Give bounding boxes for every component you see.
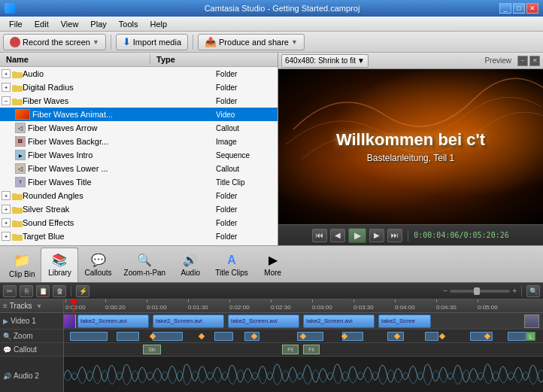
callout-track[interactable]: Ski Fil Fil	[64, 343, 543, 357]
list-item[interactable]: ◁ Fiber Waves Arrow Callout	[0, 121, 278, 135]
folder-icon	[12, 232, 23, 241]
menu-help[interactable]: Help	[144, 19, 173, 29]
tracks-header: ≡ Tracks ▼	[0, 299, 63, 313]
video-clip-2[interactable]: take2_Screen.avi	[153, 315, 224, 328]
zoom-indicator[interactable]	[425, 332, 438, 341]
menu-file[interactable]: File	[3, 19, 29, 29]
image-icon: 🖼	[15, 136, 26, 147]
tab-more[interactable]: ▶ More	[254, 248, 292, 282]
callout-marker-fil2[interactable]: Fil	[303, 345, 320, 354]
expand-icon[interactable]: +	[2, 205, 11, 214]
close-button[interactable]: ✕	[526, 3, 538, 14]
callout-marker-fil1[interactable]: Fil	[282, 345, 299, 354]
expand-icon[interactable]: +	[2, 83, 11, 92]
expand-icon[interactable]: +	[2, 191, 11, 200]
time-mark-8: 0:04:00	[395, 304, 415, 311]
menu-tools[interactable]: Tools	[113, 19, 144, 29]
zoom-indicator[interactable]	[214, 332, 233, 341]
step-back-button[interactable]: ◀	[330, 229, 345, 242]
produce-share-button[interactable]: 📤 Produce and share ▼	[198, 34, 305, 50]
preview-text: Willkommen bei c't Bastelanleitung, Teil…	[336, 130, 485, 163]
record-screen-button[interactable]: Record the screen ▼	[3, 34, 106, 50]
tab-audio-label: Audio	[180, 269, 200, 277]
list-item[interactable]: + Silver Streak Folder	[0, 202, 278, 216]
callout-track-label: 💬 Callout	[0, 343, 63, 357]
list-item[interactable]: 🖼 Fiber Waves Backgr... Image	[0, 135, 278, 148]
folder-icon	[12, 97, 23, 105]
tab-zoom-n-pan[interactable]: 🔍 Zoom-n-Pan	[118, 248, 172, 282]
toolbar-separator-2	[193, 35, 193, 50]
import-icon: ⬇	[123, 36, 131, 47]
callout-marker-ski[interactable]: Ski	[143, 345, 161, 354]
tab-clip-bin[interactable]: 📁 Clip Bin	[3, 248, 41, 282]
skip-to-start-button[interactable]: ⏮	[312, 229, 327, 242]
search-timeline-button[interactable]: 🔍	[526, 285, 540, 297]
copy-button[interactable]: ⎘	[20, 285, 33, 297]
zoom-indicator[interactable]	[117, 332, 139, 341]
zoom-slider-handle[interactable]	[474, 287, 480, 295]
zoom-in-icon[interactable]: +	[512, 287, 517, 295]
list-item[interactable]: + Sound Effects Folder	[0, 216, 278, 229]
svg-rect-11	[12, 220, 17, 223]
play-button[interactable]: ▶	[348, 228, 366, 243]
title-clips-icon: A	[227, 254, 236, 267]
list-item[interactable]: T Fiber Waves Title Title Clip	[0, 175, 278, 189]
delete-button[interactable]: 🗑	[53, 285, 66, 297]
video-clip-3[interactable]: take2_Screen.avi	[228, 315, 299, 328]
list-item[interactable]: + Target Blue Folder	[0, 229, 278, 243]
svg-rect-13	[12, 234, 17, 236]
video-clip-4[interactable]: take2_Screen.avi	[303, 315, 375, 328]
playhead	[73, 299, 74, 312]
main-content: Name Type + Audio Folder + Di	[0, 53, 543, 245]
video-clip-1[interactable]: take2_Screen.avi	[77, 315, 149, 328]
expand-icon[interactable]: +	[2, 232, 11, 241]
time-mark-3: 0:01:30	[188, 304, 208, 311]
menu-bar: File Edit View Play Tools Help	[0, 17, 543, 32]
audio-track[interactable]: // We'll generate the waveform via JS be…	[64, 357, 543, 392]
audio-track-label: 🔊 Audio 2	[0, 357, 63, 392]
list-item[interactable]: + Audio Folder	[0, 67, 278, 81]
tab-audio[interactable]: 🔊 Audio	[171, 248, 209, 282]
tab-library[interactable]: 📚 Library	[41, 248, 78, 282]
zoom-indicator[interactable]	[508, 332, 526, 341]
list-item[interactable]: Fiber Waves Animat... Video	[0, 108, 278, 121]
time-mark-6: 0:03:00	[312, 304, 332, 311]
list-item[interactable]: ▶ Fiber Waves Intro Sequence	[0, 148, 278, 162]
list-item[interactable]: + Digital Radius Folder	[0, 81, 278, 94]
resolution-dropdown[interactable]: 640x480: Shrink to fit ▼	[281, 54, 369, 68]
audio-track-icon: 🔊	[3, 372, 11, 380]
time-mark-5: 0:02:30	[271, 304, 291, 311]
expand-icon[interactable]: −	[2, 96, 11, 105]
expand-icon[interactable]: +	[2, 218, 11, 227]
preview-zoom-out-button[interactable]: −	[517, 56, 528, 66]
tab-title-clips[interactable]: A Title Clips	[209, 248, 254, 282]
zoom-indicator[interactable]	[70, 332, 108, 341]
split-button[interactable]: ⚡	[76, 285, 89, 297]
preview-close-button[interactable]: ✕	[529, 56, 540, 66]
menu-view[interactable]: View	[55, 19, 85, 29]
list-item[interactable]: + Rounded Angles Folder	[0, 189, 278, 202]
svg-rect-5	[12, 99, 17, 101]
list-item[interactable]: − Fiber Waves Folder	[0, 94, 278, 108]
maximize-button[interactable]: □	[513, 3, 525, 14]
zoom-track[interactable]: L	[64, 330, 543, 343]
zoom-slider[interactable]	[450, 290, 510, 293]
paste-button[interactable]: 📋	[36, 285, 50, 297]
minimize-button[interactable]: _	[499, 3, 511, 14]
zoom-out-icon[interactable]: −	[443, 287, 447, 295]
zoom-indicator[interactable]	[153, 332, 183, 341]
video-clip-5[interactable]: take2_Scree	[378, 315, 431, 328]
preview-area: Willkommen bei c't Bastelanleitung, Teil…	[278, 69, 543, 224]
menu-edit[interactable]: Edit	[29, 19, 55, 29]
tab-callouts[interactable]: 💬 Callouts	[78, 248, 117, 282]
video-track[interactable]: take2_Screen.avi take2_Screen.avi take2_…	[64, 313, 543, 330]
import-media-button[interactable]: ⬇ Import media	[116, 34, 188, 50]
list-item[interactable]: ◁ Fiber Waves Lower ... Callout	[0, 162, 278, 175]
menu-play[interactable]: Play	[84, 19, 112, 29]
step-forward-button[interactable]: ▶	[369, 229, 384, 242]
skip-to-end-button[interactable]: ⏭	[387, 229, 402, 242]
cut-button[interactable]: ✂	[3, 285, 17, 297]
callout-icon: ◁	[15, 123, 26, 133]
expand-icon[interactable]: +	[2, 69, 11, 78]
tab-bar: 📁 Clip Bin 📚 Library 💬 Callouts 🔍 Zoom-n…	[0, 245, 543, 283]
